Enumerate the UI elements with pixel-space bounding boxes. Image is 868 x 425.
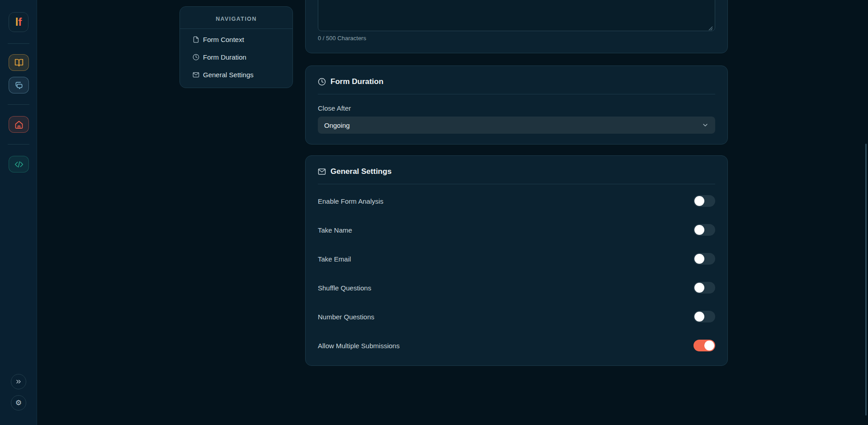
number-questions-toggle[interactable] [693,311,715,322]
navigation-panel: NAVIGATION Form Context Form Duration Ge… [179,6,293,88]
sidebar-item-chat[interactable] [9,77,29,93]
character-counter: 0 / 500 Characters [318,35,715,42]
setting-row-take-email: Take Email [318,244,715,273]
chevrons-right-icon [15,378,22,385]
nav-item-label: Form Duration [203,53,246,61]
general-settings-card: General Settings Enable Form Analysis Ta… [305,155,728,366]
toggle-knob [694,254,704,264]
navigation-items: Form Context Form Duration General Setti… [180,29,292,84]
form-duration-title: Form Duration [330,77,383,86]
sidebar-item-code[interactable] [9,156,29,173]
logo-letter-l: l [15,16,19,28]
document-icon [193,36,199,43]
toggle-knob [694,196,704,206]
form-context-card: 0 / 500 Characters [305,0,728,53]
setting-row-allow-multiple-submissions: Allow Multiple Submissions [318,331,715,360]
form-context-textarea[interactable] [318,0,715,31]
mail-icon [318,168,326,176]
sidebar-divider [8,104,29,105]
toggle-knob [704,341,714,350]
setting-label: Enable Form Analysis [318,197,383,205]
gear-icon: ⚙ [15,399,22,406]
logo-letter-f: f [18,16,22,28]
sidebar-divider [8,144,29,145]
app-logo[interactable]: lf [9,12,28,32]
shuffle-questions-toggle[interactable] [693,282,715,294]
allow-multiple-submissions-toggle[interactable] [693,340,715,351]
nav-item-general-settings[interactable]: General Settings [180,66,292,84]
close-after-value: Ongoing [324,121,350,129]
take-name-toggle[interactable] [693,224,715,236]
sidebar-expand-button[interactable] [11,374,26,389]
settings-rows: Enable Form Analysis Take Name Take Emai… [318,184,715,360]
navigation-panel-title: NAVIGATION [180,7,292,23]
toggle-knob [694,312,704,322]
form-context-field [318,0,715,31]
setting-row-take-name: Take Name [318,215,715,244]
general-settings-title: General Settings [330,167,392,176]
chat-bubbles-icon [14,81,24,90]
sidebar-item-library[interactable] [9,54,29,71]
nav-item-form-duration[interactable]: Form Duration [180,48,292,66]
nav-item-label: Form Context [203,36,244,43]
chevron-down-icon [702,121,709,129]
take-email-toggle[interactable] [693,253,715,265]
setting-label: Shuffle Questions [318,284,371,292]
close-after-label: Close After [318,104,715,112]
nav-item-label: General Settings [203,71,254,79]
setting-row-enable-form-analysis: Enable Form Analysis [318,187,715,215]
page-scrollbar-thumb[interactable] [865,144,867,416]
clock-icon [193,54,199,61]
sidebar-divider [8,43,29,44]
nav-item-form-context[interactable]: Form Context [180,31,292,48]
setting-label: Take Email [318,255,351,263]
general-settings-header: General Settings [318,156,715,184]
home-icon [14,120,24,129]
toggle-knob [694,283,704,293]
sidebar: lf ⚙ [0,0,37,425]
setting-label: Allow Multiple Submissions [318,342,400,350]
enable-form-analysis-toggle[interactable] [693,195,715,207]
sidebar-item-home[interactable] [9,116,29,133]
setting-label: Number Questions [318,313,374,321]
form-duration-card: Form Duration Close After Ongoing [305,65,728,145]
setting-row-shuffle-questions: Shuffle Questions [318,273,715,302]
close-after-select[interactable]: Ongoing [318,117,715,134]
form-duration-header: Form Duration [318,66,715,94]
clock-icon [318,78,326,86]
setting-row-number-questions: Number Questions [318,302,715,331]
sidebar-settings-button[interactable]: ⚙ [11,395,26,411]
mail-icon [193,71,199,78]
book-open-icon [14,58,24,67]
code-icon [14,160,24,169]
toggle-knob [694,225,704,235]
setting-label: Take Name [318,226,352,234]
